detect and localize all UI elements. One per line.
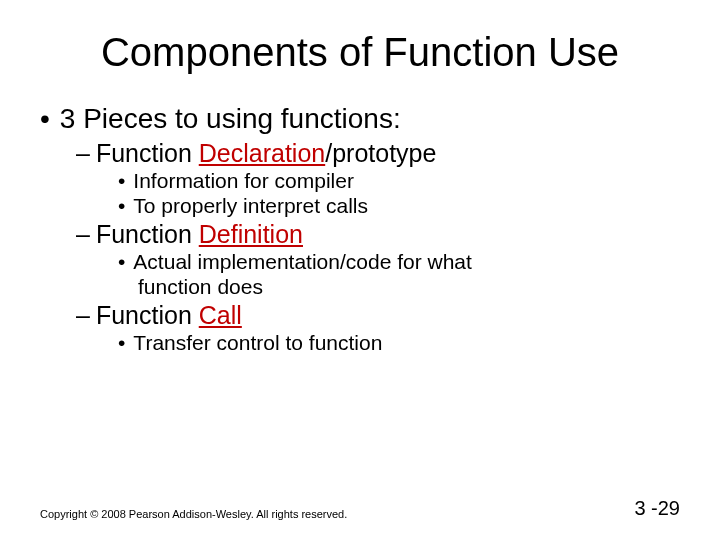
bullet-dot-icon: •	[118, 331, 125, 354]
sec2-pre: Function	[96, 220, 199, 248]
sec2-b1-line1: Actual implementation/code for what	[133, 250, 472, 273]
sec3-keyword: Call	[199, 301, 242, 329]
sec1-b1-text: Information for compiler	[133, 169, 354, 192]
sec1-keyword: Declaration	[199, 139, 325, 167]
footer: Copyright © 2008 Pearson Addison-Wesley.…	[40, 497, 680, 520]
bullet-level-1: •3 Pieces to using functions:	[40, 103, 680, 135]
bullet-level-2-definition: –Function Definition	[76, 220, 680, 249]
bullet-dot-icon: •	[40, 103, 50, 134]
bullet-level-3-cont: function does	[138, 275, 680, 299]
page-number: 3 -29	[634, 497, 680, 520]
dash-icon: –	[76, 301, 90, 329]
sec3-b1-text: Transfer control to function	[133, 331, 382, 354]
sec3-pre: Function	[96, 301, 199, 329]
bullet-dot-icon: •	[118, 169, 125, 192]
dash-icon: –	[76, 139, 90, 167]
lvl1-text: 3 Pieces to using functions:	[60, 103, 401, 134]
bullet-dot-icon: •	[118, 250, 125, 273]
copyright-text: Copyright © 2008 Pearson Addison-Wesley.…	[40, 508, 347, 520]
bullet-level-3: •To properly interpret calls	[118, 194, 680, 218]
bullet-level-2-declaration: –Function Declaration/prototype	[76, 139, 680, 168]
bullet-level-3: •Actual implementation/code for what	[118, 250, 680, 274]
dash-icon: –	[76, 220, 90, 248]
sec1-post: /prototype	[325, 139, 436, 167]
bullet-level-3: •Transfer control to function	[118, 331, 680, 355]
sec2-keyword: Definition	[199, 220, 303, 248]
bullet-level-2-call: –Function Call	[76, 301, 680, 330]
sec1-b2-text: To properly interpret calls	[133, 194, 368, 217]
slide: Components of Function Use •3 Pieces to …	[0, 0, 720, 540]
bullet-level-3: •Information for compiler	[118, 169, 680, 193]
sec2-b1-line2: function does	[138, 275, 263, 298]
bullet-dot-icon: •	[118, 194, 125, 217]
slide-title: Components of Function Use	[40, 30, 680, 75]
sec1-pre: Function	[96, 139, 199, 167]
